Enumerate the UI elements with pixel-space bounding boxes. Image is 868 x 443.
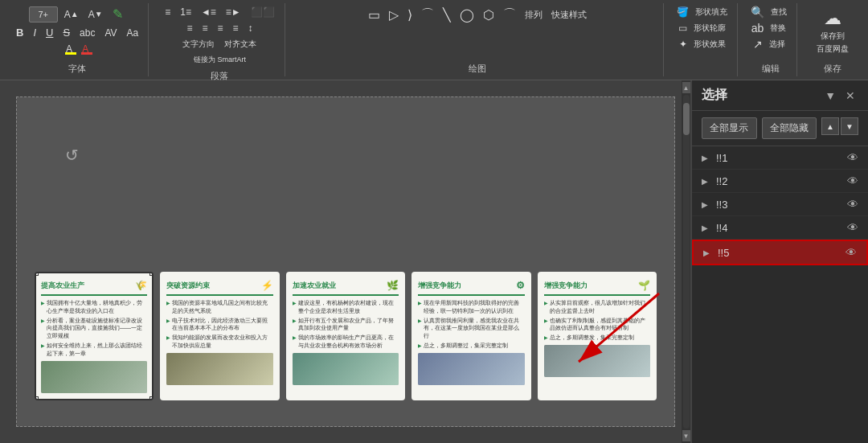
layer-3-eye[interactable]: 👁 bbox=[847, 198, 858, 211]
replace-btn[interactable]: 替换 bbox=[767, 21, 789, 35]
aa-btn[interactable]: Aa bbox=[124, 26, 142, 40]
para-section: ≡ 1≡ ◄≡ ≡► ⬛⬛ ≡ ≡ ≡ ≡ ↕ 文字方向 对齐文本 链接为 Sm… bbox=[155, 3, 285, 76]
card-3-bullet-1: 建设这里，有机杨树的农村建设，现在整个企业是农村生活里放 bbox=[293, 299, 399, 315]
shape8-btn[interactable]: ⌒ bbox=[500, 5, 519, 25]
italic-btn[interactable]: I bbox=[30, 25, 39, 40]
scroll-up-btn[interactable]: ▲ bbox=[682, 82, 690, 93]
align-text-btn[interactable]: 对齐文本 bbox=[221, 37, 260, 51]
card-1[interactable]: 提高农业生产 🌾 我国拥有十亿大量地，耕地真积少，劳心生产率是我农业的入口在 分… bbox=[35, 272, 154, 400]
card-5-icon: 🌱 bbox=[638, 280, 650, 291]
shape7-btn[interactable]: ⬡ bbox=[480, 6, 497, 24]
card-4[interactable]: 增强竞争能力 ⚙ 现在学用新闻科技的到我取得好的完善经验，联一切特利加一次的认识… bbox=[411, 272, 530, 400]
layer-1-name: !!1 bbox=[716, 152, 842, 164]
arrange-btn[interactable]: 排列 bbox=[522, 7, 546, 23]
panel-header: 选择 ▼ ✕ bbox=[692, 80, 868, 111]
card-3[interactable]: 加速农业就业 🌿 建设这里，有机杨树的农村建设，现在整个企业是农村生活里放 如开… bbox=[286, 272, 405, 400]
outline-icon: ▭ bbox=[678, 23, 687, 34]
slide-canvas[interactable]: ▲ ▼ ↺ 提高农业生产 🌾 bbox=[0, 80, 691, 443]
card-5-bullet-3: 总之，多期调整发，集采完整定制 bbox=[544, 334, 650, 342]
font-section: A▲ A▼ ✎ B I U S abc AV Aa A A 字体 bbox=[6, 3, 149, 76]
card-1-divider bbox=[41, 294, 147, 296]
layer-item-5[interactable]: ▶ !!5 👁 bbox=[692, 240, 868, 265]
align-left-btn[interactable]: ≡ bbox=[183, 21, 195, 35]
select-btn[interactable]: 选择 bbox=[766, 37, 788, 51]
order-down-btn[interactable]: ▼ bbox=[841, 117, 858, 135]
selection-panel: 选择 ▼ ✕ 全部显示 全部隐藏 ▲ ▼ ▶ !!1 👁 ▶ bbox=[691, 80, 868, 443]
hide-all-btn[interactable]: 全部隐藏 bbox=[762, 117, 817, 139]
layer-2-name: !!2 bbox=[716, 175, 842, 187]
layer-item-4[interactable]: ▶ !!4 👁 bbox=[692, 216, 868, 240]
panel-dropdown-btn[interactable]: ▼ bbox=[821, 88, 839, 104]
strikethrough-btn[interactable]: S bbox=[59, 25, 73, 40]
font-size-input[interactable] bbox=[29, 6, 58, 23]
find-btn[interactable]: 查找 bbox=[768, 5, 790, 19]
handle-tr[interactable] bbox=[149, 272, 154, 276]
draw-section: ▭ ▷ ⟩ ⌒ ╲ ◯ ⬡ ⌒ 排列 快速样式 绘图 bbox=[292, 3, 664, 76]
card-2-bullet-3: 我知约能源的发展而改变农业和投入方不加快供应总量 bbox=[166, 334, 272, 350]
layer-1-eye[interactable]: 👁 bbox=[847, 151, 858, 164]
handle-br[interactable] bbox=[149, 396, 154, 400]
shape6-btn[interactable]: ◯ bbox=[457, 6, 477, 24]
canvas-scrollbar[interactable]: ▲ ▼ bbox=[682, 80, 691, 443]
panel-close-btn[interactable]: ✕ bbox=[842, 88, 858, 104]
increase-indent-btn[interactable]: ≡► bbox=[223, 5, 244, 19]
replace-icon: ab bbox=[751, 22, 764, 35]
shape4-btn[interactable]: ⌒ bbox=[418, 5, 437, 25]
card-1-img-bg bbox=[41, 361, 147, 393]
font-color-btn[interactable]: A bbox=[79, 42, 92, 56]
justify-btn[interactable]: ≡ bbox=[230, 21, 242, 35]
text-dir-btn[interactable]: 文字方向 bbox=[179, 37, 218, 51]
card-3-img bbox=[293, 353, 399, 385]
layer-item-3[interactable]: ▶ !!3 👁 bbox=[692, 193, 868, 216]
smartart-btn[interactable]: 链接为 SmartArt bbox=[190, 53, 249, 67]
layer-3-expand: ▶ bbox=[702, 200, 711, 209]
rotate-handle[interactable]: ↺ bbox=[65, 146, 79, 165]
fill-btn[interactable]: 形状填充 bbox=[692, 5, 731, 19]
av-btn[interactable]: AV bbox=[101, 26, 120, 40]
card-5-body: 从实算目前观察，很几该增加针对我们的合业监督上去时 也确实了利制制服，感提到其基… bbox=[544, 299, 650, 342]
numbering-btn[interactable]: 1≡ bbox=[177, 5, 194, 19]
effect-btn[interactable]: 形状效果 bbox=[690, 37, 729, 51]
clear-format-btn[interactable]: ✎ bbox=[109, 5, 126, 23]
layer-item-2[interactable]: ▶ !!2 👁 bbox=[692, 170, 868, 193]
card-5[interactable]: 增强竞争能力 🌱 从实算目前观察，很几该增加针对我们的合业监督上去时 也确实了利… bbox=[538, 272, 657, 400]
underline-btn[interactable]: U bbox=[43, 25, 56, 40]
highlight-btn[interactable]: A bbox=[63, 42, 76, 56]
card-1-header: 提高农业生产 🌾 bbox=[41, 280, 147, 291]
card-2[interactable]: 突破资源约束 ⚡ 我国的资源丰富地域几国之间有比较充足的天然气系统 电子技术对比… bbox=[160, 272, 279, 400]
align-center-btn[interactable]: ≡ bbox=[199, 21, 211, 35]
panel-order-btns: ▲ ▼ bbox=[821, 117, 858, 139]
draw-section-label: 绘图 bbox=[469, 61, 486, 75]
decrease-indent-btn[interactable]: ◄≡ bbox=[198, 5, 219, 19]
layer-5-expand: ▶ bbox=[703, 248, 713, 257]
save-cloud-sublabel: 百度网盘 bbox=[817, 43, 849, 55]
handle-tl[interactable] bbox=[35, 272, 39, 276]
bold-btn[interactable]: B bbox=[13, 25, 27, 40]
shape3-btn[interactable]: ⟩ bbox=[404, 6, 416, 24]
abc-btn[interactable]: abc bbox=[76, 26, 98, 40]
align-right-btn[interactable]: ≡ bbox=[214, 21, 226, 35]
shape5-btn[interactable]: ╲ bbox=[440, 6, 454, 24]
card-3-icon: 🌿 bbox=[387, 280, 399, 291]
order-up-btn[interactable]: ▲ bbox=[821, 117, 839, 135]
save-cloud-btn[interactable]: ☁ 保存到 百度网盘 bbox=[810, 5, 855, 58]
shape2-btn[interactable]: ▷ bbox=[386, 6, 402, 24]
layer-2-eye[interactable]: 👁 bbox=[847, 174, 858, 187]
columns-btn[interactable]: ⬛⬛ bbox=[248, 5, 278, 19]
card-2-header: 突破资源约束 ⚡ bbox=[166, 280, 272, 291]
replace-row: ab 替换 bbox=[751, 21, 790, 35]
layer-item-1[interactable]: ▶ !!1 👁 bbox=[692, 146, 868, 170]
show-all-btn[interactable]: 全部显示 bbox=[702, 117, 757, 139]
shape1-btn[interactable]: ▭ bbox=[365, 6, 383, 24]
handle-bl[interactable] bbox=[35, 396, 39, 400]
layer-list: ▶ !!1 👁 ▶ !!2 👁 ▶ !!3 👁 ▶ !!4 👁 bbox=[692, 146, 868, 443]
layer-5-eye[interactable]: 👁 bbox=[845, 246, 857, 259]
line-spacing-btn[interactable]: ↕ bbox=[245, 21, 256, 35]
quick-style-btn[interactable]: 快速样式 bbox=[548, 7, 590, 23]
outline-btn[interactable]: 形状轮廓 bbox=[690, 21, 729, 35]
scroll-down-btn[interactable]: ▼ bbox=[682, 430, 690, 441]
font-increase-btn[interactable]: A▲ bbox=[61, 7, 82, 22]
layer-4-eye[interactable]: 👁 bbox=[847, 221, 858, 234]
font-decrease-btn[interactable]: A▼ bbox=[85, 7, 106, 22]
bullets-btn[interactable]: ≡ bbox=[162, 5, 174, 19]
